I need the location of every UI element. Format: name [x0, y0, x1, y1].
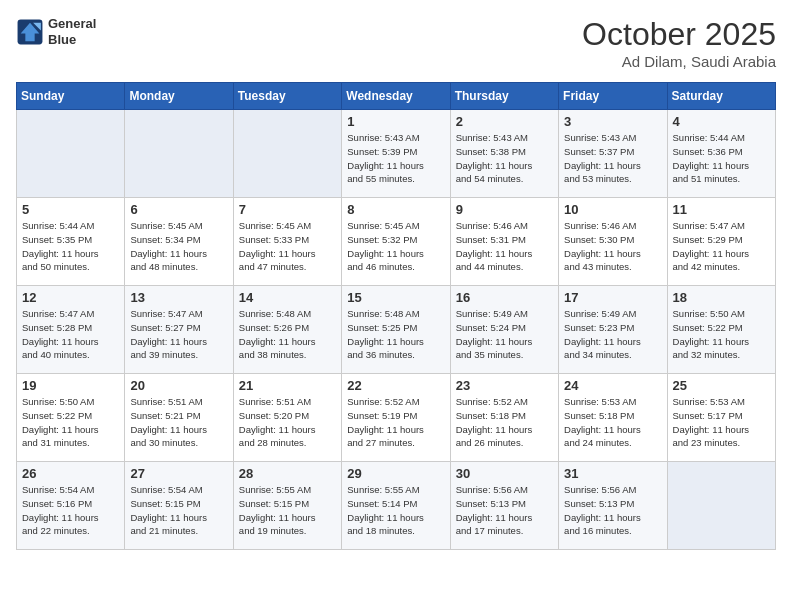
day-info: Sunrise: 5:45 AM Sunset: 5:33 PM Dayligh…	[239, 219, 336, 274]
day-number: 11	[673, 202, 770, 217]
day-number: 24	[564, 378, 661, 393]
calendar-cell: 12Sunrise: 5:47 AM Sunset: 5:28 PM Dayli…	[17, 286, 125, 374]
calendar-cell: 15Sunrise: 5:48 AM Sunset: 5:25 PM Dayli…	[342, 286, 450, 374]
calendar-cell: 3Sunrise: 5:43 AM Sunset: 5:37 PM Daylig…	[559, 110, 667, 198]
day-number: 8	[347, 202, 444, 217]
page-header: General Blue October 2025 Ad Dilam, Saud…	[16, 16, 776, 70]
day-number: 9	[456, 202, 553, 217]
calendar-cell	[17, 110, 125, 198]
calendar-cell: 5Sunrise: 5:44 AM Sunset: 5:35 PM Daylig…	[17, 198, 125, 286]
day-number: 1	[347, 114, 444, 129]
day-header-monday: Monday	[125, 83, 233, 110]
header-row: SundayMondayTuesdayWednesdayThursdayFrid…	[17, 83, 776, 110]
day-number: 19	[22, 378, 119, 393]
calendar-cell: 25Sunrise: 5:53 AM Sunset: 5:17 PM Dayli…	[667, 374, 775, 462]
day-info: Sunrise: 5:45 AM Sunset: 5:32 PM Dayligh…	[347, 219, 444, 274]
day-header-sunday: Sunday	[17, 83, 125, 110]
day-number: 16	[456, 290, 553, 305]
day-number: 22	[347, 378, 444, 393]
day-number: 13	[130, 290, 227, 305]
day-number: 20	[130, 378, 227, 393]
day-info: Sunrise: 5:52 AM Sunset: 5:18 PM Dayligh…	[456, 395, 553, 450]
day-number: 6	[130, 202, 227, 217]
calendar-cell: 26Sunrise: 5:54 AM Sunset: 5:16 PM Dayli…	[17, 462, 125, 550]
day-number: 23	[456, 378, 553, 393]
day-number: 5	[22, 202, 119, 217]
calendar-cell: 17Sunrise: 5:49 AM Sunset: 5:23 PM Dayli…	[559, 286, 667, 374]
day-number: 3	[564, 114, 661, 129]
day-info: Sunrise: 5:43 AM Sunset: 5:37 PM Dayligh…	[564, 131, 661, 186]
calendar-cell: 13Sunrise: 5:47 AM Sunset: 5:27 PM Dayli…	[125, 286, 233, 374]
logo-line2: Blue	[48, 32, 96, 48]
calendar-cell: 22Sunrise: 5:52 AM Sunset: 5:19 PM Dayli…	[342, 374, 450, 462]
location-subtitle: Ad Dilam, Saudi Arabia	[582, 53, 776, 70]
day-number: 10	[564, 202, 661, 217]
day-info: Sunrise: 5:49 AM Sunset: 5:24 PM Dayligh…	[456, 307, 553, 362]
day-info: Sunrise: 5:50 AM Sunset: 5:22 PM Dayligh…	[673, 307, 770, 362]
day-info: Sunrise: 5:49 AM Sunset: 5:23 PM Dayligh…	[564, 307, 661, 362]
day-number: 17	[564, 290, 661, 305]
calendar-cell: 24Sunrise: 5:53 AM Sunset: 5:18 PM Dayli…	[559, 374, 667, 462]
day-number: 28	[239, 466, 336, 481]
week-row-4: 19Sunrise: 5:50 AM Sunset: 5:22 PM Dayli…	[17, 374, 776, 462]
title-block: October 2025 Ad Dilam, Saudi Arabia	[582, 16, 776, 70]
day-info: Sunrise: 5:53 AM Sunset: 5:18 PM Dayligh…	[564, 395, 661, 450]
calendar-cell: 8Sunrise: 5:45 AM Sunset: 5:32 PM Daylig…	[342, 198, 450, 286]
day-info: Sunrise: 5:52 AM Sunset: 5:19 PM Dayligh…	[347, 395, 444, 450]
calendar-cell: 23Sunrise: 5:52 AM Sunset: 5:18 PM Dayli…	[450, 374, 558, 462]
day-info: Sunrise: 5:44 AM Sunset: 5:35 PM Dayligh…	[22, 219, 119, 274]
day-number: 18	[673, 290, 770, 305]
day-info: Sunrise: 5:54 AM Sunset: 5:15 PM Dayligh…	[130, 483, 227, 538]
calendar-cell: 1Sunrise: 5:43 AM Sunset: 5:39 PM Daylig…	[342, 110, 450, 198]
calendar-cell	[233, 110, 341, 198]
week-row-3: 12Sunrise: 5:47 AM Sunset: 5:28 PM Dayli…	[17, 286, 776, 374]
calendar-cell: 30Sunrise: 5:56 AM Sunset: 5:13 PM Dayli…	[450, 462, 558, 550]
week-row-1: 1Sunrise: 5:43 AM Sunset: 5:39 PM Daylig…	[17, 110, 776, 198]
calendar-cell: 14Sunrise: 5:48 AM Sunset: 5:26 PM Dayli…	[233, 286, 341, 374]
day-info: Sunrise: 5:45 AM Sunset: 5:34 PM Dayligh…	[130, 219, 227, 274]
day-number: 26	[22, 466, 119, 481]
day-header-thursday: Thursday	[450, 83, 558, 110]
day-info: Sunrise: 5:55 AM Sunset: 5:15 PM Dayligh…	[239, 483, 336, 538]
calendar-cell: 9Sunrise: 5:46 AM Sunset: 5:31 PM Daylig…	[450, 198, 558, 286]
calendar-cell: 19Sunrise: 5:50 AM Sunset: 5:22 PM Dayli…	[17, 374, 125, 462]
logo-icon	[16, 18, 44, 46]
week-row-2: 5Sunrise: 5:44 AM Sunset: 5:35 PM Daylig…	[17, 198, 776, 286]
calendar-cell: 18Sunrise: 5:50 AM Sunset: 5:22 PM Dayli…	[667, 286, 775, 374]
calendar-cell: 29Sunrise: 5:55 AM Sunset: 5:14 PM Dayli…	[342, 462, 450, 550]
calendar-cell: 21Sunrise: 5:51 AM Sunset: 5:20 PM Dayli…	[233, 374, 341, 462]
logo-line1: General	[48, 16, 96, 32]
calendar-cell	[667, 462, 775, 550]
day-number: 15	[347, 290, 444, 305]
day-info: Sunrise: 5:55 AM Sunset: 5:14 PM Dayligh…	[347, 483, 444, 538]
day-info: Sunrise: 5:48 AM Sunset: 5:26 PM Dayligh…	[239, 307, 336, 362]
day-info: Sunrise: 5:51 AM Sunset: 5:21 PM Dayligh…	[130, 395, 227, 450]
day-info: Sunrise: 5:51 AM Sunset: 5:20 PM Dayligh…	[239, 395, 336, 450]
day-number: 21	[239, 378, 336, 393]
day-number: 29	[347, 466, 444, 481]
day-number: 7	[239, 202, 336, 217]
day-info: Sunrise: 5:47 AM Sunset: 5:28 PM Dayligh…	[22, 307, 119, 362]
day-info: Sunrise: 5:50 AM Sunset: 5:22 PM Dayligh…	[22, 395, 119, 450]
calendar-cell: 20Sunrise: 5:51 AM Sunset: 5:21 PM Dayli…	[125, 374, 233, 462]
day-number: 25	[673, 378, 770, 393]
calendar-cell: 10Sunrise: 5:46 AM Sunset: 5:30 PM Dayli…	[559, 198, 667, 286]
day-header-wednesday: Wednesday	[342, 83, 450, 110]
calendar-cell: 2Sunrise: 5:43 AM Sunset: 5:38 PM Daylig…	[450, 110, 558, 198]
day-info: Sunrise: 5:43 AM Sunset: 5:39 PM Dayligh…	[347, 131, 444, 186]
day-info: Sunrise: 5:56 AM Sunset: 5:13 PM Dayligh…	[456, 483, 553, 538]
day-number: 2	[456, 114, 553, 129]
calendar-table: SundayMondayTuesdayWednesdayThursdayFrid…	[16, 82, 776, 550]
month-title: October 2025	[582, 16, 776, 53]
day-info: Sunrise: 5:44 AM Sunset: 5:36 PM Dayligh…	[673, 131, 770, 186]
calendar-cell: 7Sunrise: 5:45 AM Sunset: 5:33 PM Daylig…	[233, 198, 341, 286]
day-info: Sunrise: 5:48 AM Sunset: 5:25 PM Dayligh…	[347, 307, 444, 362]
day-info: Sunrise: 5:47 AM Sunset: 5:29 PM Dayligh…	[673, 219, 770, 274]
day-number: 14	[239, 290, 336, 305]
day-header-friday: Friday	[559, 83, 667, 110]
calendar-cell: 31Sunrise: 5:56 AM Sunset: 5:13 PM Dayli…	[559, 462, 667, 550]
calendar-cell	[125, 110, 233, 198]
day-info: Sunrise: 5:53 AM Sunset: 5:17 PM Dayligh…	[673, 395, 770, 450]
day-info: Sunrise: 5:46 AM Sunset: 5:31 PM Dayligh…	[456, 219, 553, 274]
calendar-cell: 11Sunrise: 5:47 AM Sunset: 5:29 PM Dayli…	[667, 198, 775, 286]
